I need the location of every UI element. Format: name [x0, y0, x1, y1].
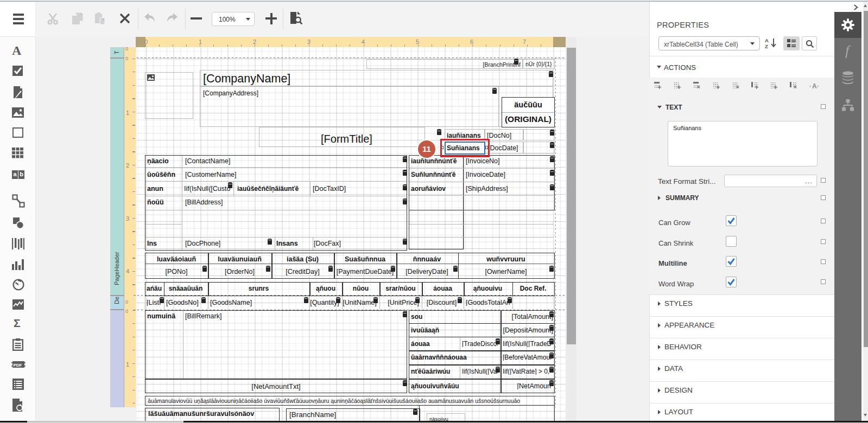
svg-text:PDF: PDF	[14, 363, 22, 368]
